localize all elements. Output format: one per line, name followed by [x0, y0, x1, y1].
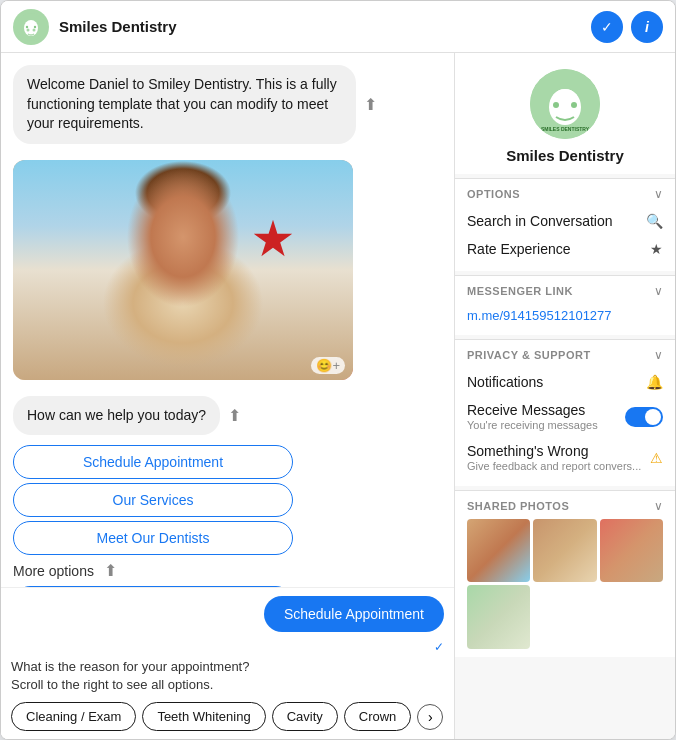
more-options-label: More options [13, 563, 94, 579]
options-section: OPTIONS ∨ Search in Conversation 🔍 Rate … [455, 178, 675, 271]
appointment-delivered: ✓ [11, 640, 444, 654]
privacy-title: PRIVACY & SUPPORT [467, 349, 591, 361]
right-panel: SMILES DENTISTRY Smiles Dentistry OPTION… [455, 53, 675, 739]
carousel-row: Cleaning / Exam Teeth Whitening Cavity C… [11, 702, 444, 731]
notifications-row[interactable]: Notifications 🔔 [467, 368, 663, 396]
reason-prompt-text: What is the reason for your appointment?… [11, 659, 249, 692]
privacy-header: PRIVACY & SUPPORT ∨ [467, 348, 663, 362]
search-row[interactable]: Search in Conversation 🔍 [467, 207, 663, 235]
welcome-bubble: Welcome Daniel to Smiley Dentistry. This… [13, 65, 356, 144]
info-button[interactable]: i [631, 11, 663, 43]
star-icon: ★ [650, 241, 663, 257]
svg-point-5 [34, 25, 36, 27]
help-message-row: How can we help you today? ⬆ [13, 396, 442, 436]
shared-photos-header: SHARED PHOTOS ∨ [467, 499, 663, 513]
warning-icon: ⚠ [650, 450, 663, 466]
photo-thumb-4[interactable] [467, 585, 530, 648]
emoji-add-icon[interactable]: 😊+ [311, 357, 345, 374]
receive-messages-sub: You're receiving messages [467, 419, 598, 431]
receive-messages-label: Receive Messages [467, 402, 598, 418]
svg-point-2 [27, 28, 30, 31]
chat-image-inner [13, 160, 353, 380]
quick-replies: Schedule Appointment Our Services Meet O… [13, 445, 293, 555]
header-title: Smiles Dentistry [59, 18, 591, 35]
shared-photos-section: SHARED PHOTOS ∨ [455, 490, 675, 657]
something-wrong-col: Something's Wrong Give feedback and repo… [467, 443, 641, 472]
search-icon: 🔍 [646, 213, 663, 229]
chip-crown[interactable]: Crown [344, 702, 412, 731]
brand-logo-svg: SMILES DENTISTRY [530, 69, 600, 139]
app-container: Smiles Dentistry ✓ i Welcome Daniel to S… [0, 0, 676, 740]
tooth-logo-icon [17, 13, 45, 41]
shared-photos-chevron-icon[interactable]: ∨ [654, 499, 663, 513]
chat-bottom: Schedule Appointment ✓ What is the reaso… [1, 587, 454, 739]
appointment-row: Schedule Appointment [11, 596, 444, 638]
receive-messages-col: Receive Messages You're receiving messag… [467, 402, 598, 431]
carousel-next-arrow[interactable]: › [417, 704, 443, 730]
svg-point-11 [571, 102, 577, 108]
check-button[interactable]: ✓ [591, 11, 623, 43]
options-header: OPTIONS ∨ [467, 187, 663, 201]
chat-area: Welcome Daniel to Smiley Dentistry. This… [1, 53, 455, 739]
share-icon[interactable]: ⬆ [364, 95, 377, 114]
notifications-label: Notifications [467, 374, 543, 390]
photo-thumb-2[interactable] [533, 519, 596, 582]
receive-messages-toggle[interactable] [625, 407, 663, 427]
image-message-row: 😊+ [13, 154, 442, 386]
privacy-chevron-icon[interactable]: ∨ [654, 348, 663, 362]
something-wrong-row[interactable]: Something's Wrong Give feedback and repo… [467, 437, 663, 478]
brand-name: Smiles Dentistry [506, 147, 624, 164]
shared-photos-title: SHARED PHOTOS [467, 500, 569, 512]
messenger-link-header: MESSENGER LINK ∨ [467, 284, 663, 298]
chip-cleaning[interactable]: Cleaning / Exam [11, 702, 136, 731]
svg-point-10 [553, 102, 559, 108]
rate-row[interactable]: Rate Experience ★ [467, 235, 663, 263]
header: Smiles Dentistry ✓ i [1, 1, 675, 53]
options-chevron-icon[interactable]: ∨ [654, 187, 663, 201]
receive-messages-row[interactable]: Receive Messages You're receiving messag… [467, 396, 663, 437]
reason-prompt: What is the reason for your appointment?… [11, 658, 444, 694]
options-title: OPTIONS [467, 188, 520, 200]
messenger-link-title: MESSENGER LINK [467, 285, 573, 297]
appointment-bubble: Schedule Appointment [264, 596, 444, 632]
chat-image: 😊+ [13, 160, 353, 380]
header-avatar [13, 9, 49, 45]
chip-whitening[interactable]: Teeth Whitening [142, 702, 265, 731]
svg-point-3 [33, 28, 36, 31]
photo-thumb-3[interactable] [600, 519, 663, 582]
share-icon-3[interactable]: ⬆ [104, 561, 117, 580]
help-bubble: How can we help you today? [13, 396, 220, 436]
something-wrong-sub: Give feedback and report convers... [467, 460, 641, 472]
bell-icon: 🔔 [646, 374, 663, 390]
welcome-message-row: Welcome Daniel to Smiley Dentistry. This… [13, 65, 442, 144]
chat-messages[interactable]: Welcome Daniel to Smiley Dentistry. This… [1, 53, 454, 587]
something-wrong-label: Something's Wrong [467, 443, 641, 459]
brand-logo: SMILES DENTISTRY [530, 69, 600, 139]
main-content: Welcome Daniel to Smiley Dentistry. This… [1, 53, 675, 739]
photos-grid [467, 519, 663, 649]
child-photo [13, 160, 353, 380]
chip-cavity[interactable]: Cavity [272, 702, 338, 731]
messenger-link-url[interactable]: m.me/914159512101277 [467, 304, 663, 327]
star-decoration [253, 220, 293, 260]
svg-point-4 [26, 25, 28, 27]
messenger-link-chevron-icon[interactable]: ∨ [654, 284, 663, 298]
messenger-link-section: MESSENGER LINK ∨ m.me/914159512101277 [455, 275, 675, 335]
quick-reply-dentists[interactable]: Meet Our Dentists [13, 521, 293, 555]
photo-thumb-1[interactable] [467, 519, 530, 582]
search-label: Search in Conversation [467, 213, 613, 229]
svg-text:SMILES DENTISTRY: SMILES DENTISTRY [541, 126, 590, 132]
more-options-row: More options ⬆ [13, 561, 442, 580]
share-icon-2[interactable]: ⬆ [228, 406, 241, 425]
quick-reply-services[interactable]: Our Services [13, 483, 293, 517]
panel-brand: SMILES DENTISTRY Smiles Dentistry [455, 53, 675, 174]
privacy-section: PRIVACY & SUPPORT ∨ Notifications 🔔 Rece… [455, 339, 675, 486]
rate-label: Rate Experience [467, 241, 571, 257]
quick-reply-schedule[interactable]: Schedule Appointment [13, 445, 293, 479]
header-actions: ✓ i [591, 11, 663, 43]
